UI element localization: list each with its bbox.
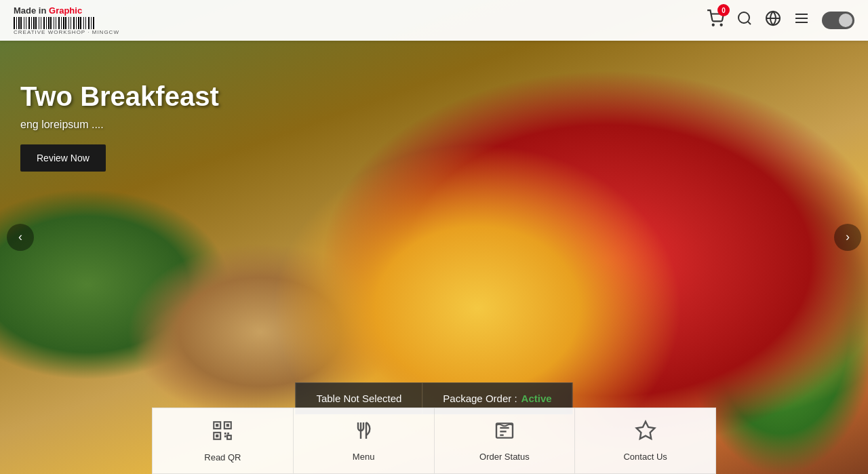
menu-lines-icon[interactable] (793, 10, 810, 31)
svg-point-0 (713, 24, 714, 26)
read-qr-button[interactable]: Read QR (152, 408, 293, 474)
cart-icon[interactable]: 0 (707, 9, 724, 31)
hero-section: Two Breakfeast eng loreipsum .... Review… (0, 0, 868, 474)
hero-title: Two Breakfeast (20, 81, 219, 112)
menu-label: Menu (353, 452, 375, 462)
hero-subtitle: eng loreipsum .... (20, 119, 219, 131)
menu-button[interactable]: Menu (293, 408, 434, 474)
svg-rect-18 (224, 435, 226, 437)
package-prefix: Package Order : (443, 393, 517, 404)
logo: Made in Graphic CREATIVE WORKSHOP · MING… (14, 5, 119, 36)
slider-prev-button[interactable]: ‹ (7, 224, 34, 251)
svg-point-1 (721, 24, 722, 26)
action-bar: Read QR Menu (152, 408, 716, 474)
svg-rect-17 (227, 433, 229, 435)
package-active-label: Active (521, 393, 552, 404)
svg-rect-13 (226, 424, 229, 427)
order-list-icon (494, 420, 515, 446)
svg-rect-12 (216, 424, 218, 427)
cart-badge: 0 (717, 4, 730, 16)
globe-icon[interactable] (765, 10, 781, 31)
qr-icon (211, 419, 234, 447)
svg-line-3 (748, 22, 751, 24)
header: Made in Graphic CREATIVE WORKSHOP · MING… (0, 0, 868, 41)
contact-us-button[interactable]: Contact Us (574, 408, 716, 474)
star-icon (635, 420, 656, 446)
search-icon[interactable] (736, 10, 753, 31)
svg-rect-16 (224, 433, 226, 435)
logo-barcode (14, 17, 95, 29)
fork-knife-icon (353, 420, 374, 446)
table-status-label: Table Not Selected (316, 393, 401, 404)
svg-marker-26 (636, 422, 654, 439)
review-now-button[interactable]: Review Now (20, 144, 106, 172)
read-qr-label: Read QR (204, 452, 241, 462)
slider-next-button[interactable]: › (834, 224, 861, 251)
svg-rect-19 (227, 435, 231, 439)
svg-point-2 (738, 12, 749, 23)
svg-rect-14 (216, 435, 218, 437)
header-nav: 0 (707, 9, 854, 31)
order-status-button[interactable]: Order Status (434, 408, 575, 474)
order-status-label: Order Status (479, 452, 530, 462)
logo-subtitle: CREATIVE WORKSHOP · MINGCW (14, 29, 119, 35)
hero-content: Two Breakfeast eng loreipsum .... Review… (20, 81, 219, 172)
contact-us-label: Contact Us (623, 452, 667, 462)
theme-toggle[interactable] (822, 12, 854, 29)
